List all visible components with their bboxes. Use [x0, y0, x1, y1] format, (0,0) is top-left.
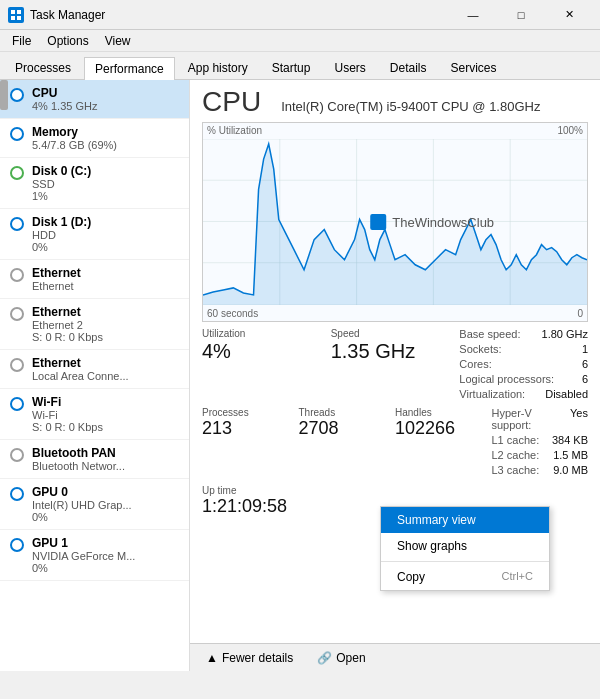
- l3-row: L3 cache: 9.0 MB: [492, 464, 589, 476]
- wifi-sub1: Wi-Fi: [32, 409, 179, 421]
- svg-rect-2: [11, 16, 15, 20]
- fewer-details-label: Fewer details: [222, 651, 293, 665]
- memory-title: Memory: [32, 125, 179, 139]
- logical-value: 6: [582, 373, 588, 385]
- handles-stat: Handles 102266: [395, 407, 492, 479]
- hyperv-row: Hyper-V support: Yes: [492, 407, 589, 431]
- l3-label: L3 cache:: [492, 464, 540, 476]
- gpu0-sub2: 0%: [32, 511, 179, 523]
- bottom-bar: ▲ Fewer details 🔗 Open: [190, 643, 600, 671]
- gpu0-sub1: Intel(R) UHD Grap...: [32, 499, 179, 511]
- ethernet1-indicator: [10, 268, 24, 282]
- watermark-text: TheWindowsClub: [392, 215, 494, 230]
- l2-row: L2 cache: 1.5 MB: [492, 449, 589, 461]
- disk1-title: Disk 1 (D:): [32, 215, 179, 229]
- base-speed-row: Base speed: 1.80 GHz: [459, 328, 588, 340]
- menu-options[interactable]: Options: [39, 32, 96, 50]
- threads-stat: Threads 2708: [299, 407, 396, 479]
- threads-label: Threads: [299, 407, 396, 418]
- utilization-stat: Utilization 4%: [202, 328, 331, 403]
- watermark-icon: [370, 214, 386, 230]
- sidebar-item-disk0[interactable]: Disk 0 (C:) SSD 1%: [0, 158, 189, 209]
- cpu-model-label: Intel(R) Core(TM) i5-9400T CPU @ 1.80GHz: [281, 99, 540, 114]
- bluetooth-indicator: [10, 448, 24, 462]
- stats-row-1: Utilization 4% Speed 1.35 GHz Base speed…: [190, 322, 600, 405]
- fewer-details-button[interactable]: ▲ Fewer details: [198, 649, 301, 667]
- svg-rect-3: [17, 16, 21, 20]
- speed-stat: Speed 1.35 GHz: [331, 328, 460, 403]
- cores-label: Cores:: [459, 358, 491, 370]
- stats-row-2: Processes 213 Threads 2708 Handles 10226…: [190, 405, 600, 481]
- virt-row: Virtualization: Disabled: [459, 388, 588, 400]
- context-menu-copy[interactable]: Copy Ctrl+C: [381, 564, 549, 590]
- cpu-section-title: CPU: [202, 86, 261, 118]
- sidebar-item-wifi[interactable]: Wi-Fi Wi-Fi S: 0 R: 0 Kbps: [0, 389, 189, 440]
- cpu-header: CPU Intel(R) Core(TM) i5-9400T CPU @ 1.8…: [190, 80, 600, 122]
- ethernet2-sub2: S: 0 R: 0 Kbps: [32, 331, 179, 343]
- tab-users[interactable]: Users: [323, 56, 376, 79]
- wifi-indicator: [10, 397, 24, 411]
- tab-processes[interactable]: Processes: [4, 56, 82, 79]
- context-menu: Summary view Show graphs Copy Ctrl+C: [380, 506, 550, 591]
- context-menu-summary[interactable]: Summary view: [381, 507, 549, 533]
- tab-bar: Processes Performance App history Startu…: [0, 52, 600, 80]
- sidebar-item-ethernet2[interactable]: Ethernet Ethernet 2 S: 0 R: 0 Kbps: [0, 299, 189, 350]
- context-menu-separator: [381, 561, 549, 562]
- right-panel: CPU Intel(R) Core(TM) i5-9400T CPU @ 1.8…: [190, 80, 600, 671]
- disk0-sub1: SSD: [32, 178, 179, 190]
- sockets-label: Sockets:: [459, 343, 501, 355]
- wifi-sub2: S: 0 R: 0 Kbps: [32, 421, 179, 433]
- tab-startup[interactable]: Startup: [261, 56, 322, 79]
- disk0-indicator: [10, 166, 24, 180]
- fewer-details-icon: ▲: [206, 651, 218, 665]
- processes-stat: Processes 213: [202, 407, 299, 479]
- ethernet3-sub: Local Area Conne...: [32, 370, 179, 382]
- uptime-label: Up time: [202, 485, 588, 496]
- context-menu-graphs[interactable]: Show graphs: [381, 533, 549, 559]
- tab-details[interactable]: Details: [379, 56, 438, 79]
- open-button[interactable]: 🔗 Open: [309, 649, 373, 667]
- processes-value: 213: [202, 418, 299, 440]
- sidebar-item-cpu[interactable]: CPU 4% 1.35 GHz: [0, 80, 189, 119]
- l1-value: 384 KB: [552, 434, 588, 446]
- chart-x-right: 0: [577, 308, 583, 319]
- sidebar-item-ethernet3[interactable]: Ethernet Local Area Conne...: [0, 350, 189, 389]
- minimize-button[interactable]: —: [450, 0, 496, 30]
- sidebar-item-gpu1[interactable]: GPU 1 NVIDIA GeForce M... 0%: [0, 530, 189, 581]
- tab-services[interactable]: Services: [440, 56, 508, 79]
- speed-label: Speed: [331, 328, 460, 339]
- tab-apphistory[interactable]: App history: [177, 56, 259, 79]
- handles-value: 102266: [395, 418, 492, 440]
- menu-view[interactable]: View: [97, 32, 139, 50]
- copy-shortcut: Ctrl+C: [502, 570, 533, 582]
- sidebar-item-bluetooth[interactable]: Bluetooth PAN Bluetooth Networ...: [0, 440, 189, 479]
- svg-rect-0: [11, 10, 15, 14]
- cpu-sub: 4% 1.35 GHz: [32, 100, 179, 112]
- tab-performance[interactable]: Performance: [84, 57, 175, 80]
- base-speed-label: Base speed:: [459, 328, 520, 340]
- sidebar-item-ethernet1[interactable]: Ethernet Ethernet: [0, 260, 189, 299]
- cpu-title: CPU: [32, 86, 179, 100]
- menu-file[interactable]: File: [4, 32, 39, 50]
- l2-label: L2 cache:: [492, 449, 540, 461]
- ethernet3-indicator: [10, 358, 24, 372]
- ethernet3-title: Ethernet: [32, 356, 179, 370]
- memory-sub: 5.4/7.8 GB (69%): [32, 139, 179, 151]
- cores-row: Cores: 6: [459, 358, 588, 370]
- close-button[interactable]: ✕: [546, 0, 592, 30]
- sidebar: CPU 4% 1.35 GHz Memory 5.4/7.8 GB (69%) …: [0, 80, 190, 671]
- window-title: Task Manager: [30, 8, 450, 22]
- maximize-button[interactable]: □: [498, 0, 544, 30]
- sidebar-item-disk1[interactable]: Disk 1 (D:) HDD 0%: [0, 209, 189, 260]
- sockets-value: 1: [582, 343, 588, 355]
- sidebar-item-gpu0[interactable]: GPU 0 Intel(R) UHD Grap... 0%: [0, 479, 189, 530]
- ethernet1-sub: Ethernet: [32, 280, 179, 292]
- l2-value: 1.5 MB: [553, 449, 588, 461]
- wifi-title: Wi-Fi: [32, 395, 179, 409]
- ethernet2-title: Ethernet: [32, 305, 179, 319]
- disk1-sub1: HDD: [32, 229, 179, 241]
- virt-label: Virtualization:: [459, 388, 525, 400]
- sidebar-item-memory[interactable]: Memory 5.4/7.8 GB (69%): [0, 119, 189, 158]
- memory-indicator: [10, 127, 24, 141]
- l1-label: L1 cache:: [492, 434, 540, 446]
